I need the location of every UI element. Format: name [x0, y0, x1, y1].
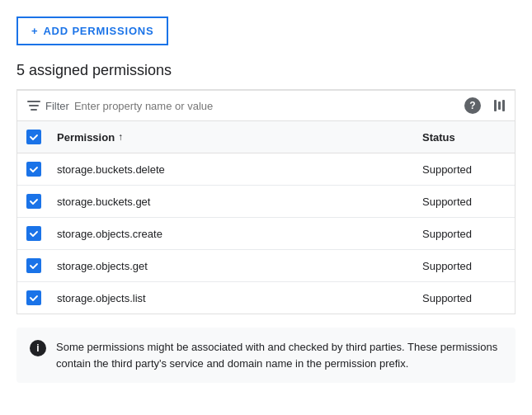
table-row: storage.objects.create Supported: [17, 218, 515, 250]
permission-cell-5: storage.objects.list: [50, 292, 416, 304]
row-checkbox-1[interactable]: [26, 162, 41, 177]
add-permissions-button[interactable]: + ADD PERMISSIONS: [16, 17, 168, 45]
permissions-table-container: Filter ? Permission ↑ Status: [16, 90, 516, 314]
filter-input[interactable]: [74, 100, 459, 112]
permission-column-label: Permission: [57, 131, 115, 144]
row-checkbox-cell-2: [17, 194, 50, 209]
header-checkbox[interactable]: [26, 130, 41, 144]
permission-cell-4: storage.objects.get: [50, 260, 416, 272]
filter-icon: [27, 101, 40, 111]
permission-cell-3: storage.objects.create: [50, 228, 416, 240]
col-bar-1: [494, 100, 497, 111]
row-checkbox-cell-1: [17, 162, 50, 177]
row-checkbox-5[interactable]: [26, 290, 41, 305]
columns-icon[interactable]: [494, 100, 505, 111]
status-cell-1: Supported: [416, 163, 515, 176]
row-checkbox-cell-3: [17, 226, 50, 241]
add-permissions-label: ADD PERMISSIONS: [43, 25, 153, 37]
table-row: storage.buckets.delete Supported: [17, 153, 515, 186]
info-box: i Some permissions might be associated w…: [16, 328, 516, 383]
header-checkbox-cell: [17, 130, 50, 144]
svg-rect-1: [29, 105, 39, 106]
svg-rect-2: [31, 109, 37, 111]
table-header: Permission ↑ Status: [17, 121, 515, 153]
header-status: Status: [416, 130, 515, 144]
col-bar-3: [502, 100, 505, 111]
permission-cell-2: storage.buckets.get: [50, 196, 416, 208]
col-bar-2: [498, 101, 501, 110]
status-cell-2: Supported: [416, 196, 515, 208]
help-icon[interactable]: ?: [464, 97, 481, 114]
filter-actions: ?: [464, 97, 505, 114]
section-title: 5 assigned permissions: [16, 62, 516, 79]
table-body: storage.buckets.delete Supported storage…: [17, 153, 515, 314]
status-cell-3: Supported: [416, 228, 515, 240]
filter-bar: Filter ?: [17, 91, 515, 121]
row-checkbox-cell-5: [17, 290, 50, 305]
row-checkbox-2[interactable]: [26, 194, 41, 209]
filter-label: Filter: [45, 100, 69, 112]
info-text: Some permissions might be associated wit…: [56, 339, 502, 371]
table-row: storage.buckets.get Supported: [17, 186, 515, 218]
header-permission[interactable]: Permission ↑: [50, 130, 416, 144]
plus-icon: +: [31, 25, 38, 37]
row-checkbox-3[interactable]: [26, 226, 41, 241]
row-checkbox-cell-4: [17, 258, 50, 273]
permission-cell-1: storage.buckets.delete: [50, 163, 416, 176]
sort-arrow-icon: ↑: [118, 131, 123, 143]
svg-rect-0: [27, 101, 40, 102]
status-cell-4: Supported: [416, 260, 515, 272]
row-checkbox-4[interactable]: [26, 258, 41, 273]
info-icon: i: [30, 340, 46, 356]
status-cell-5: Supported: [416, 292, 515, 304]
table-row: storage.objects.list Supported: [17, 282, 515, 314]
table-row: storage.objects.get Supported: [17, 250, 515, 282]
